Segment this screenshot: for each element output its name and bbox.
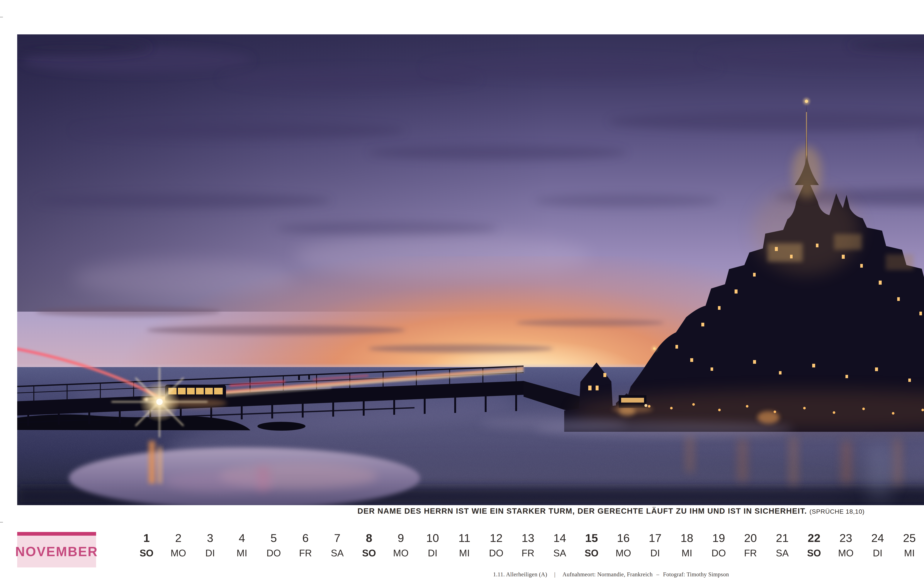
- photo-art: [17, 35, 924, 505]
- day-weekday: MO: [162, 548, 194, 558]
- day-number: 14: [544, 532, 576, 544]
- photographer-credit: Fotograf: Timothy Simpson: [663, 571, 729, 578]
- calendar-day: 10DI: [417, 532, 449, 558]
- day-number: 13: [512, 532, 544, 544]
- calendar-day: 13FR: [512, 532, 544, 558]
- day-number: 7: [322, 532, 353, 544]
- day-weekday: MO: [385, 548, 417, 558]
- day-weekday: SO: [130, 548, 162, 558]
- day-number: 8: [353, 532, 385, 544]
- calendar-photo-mont-saint-michel: [17, 35, 924, 505]
- day-weekday: DO: [703, 548, 734, 558]
- day-number: 21: [766, 532, 798, 544]
- day-weekday: DO: [258, 548, 290, 558]
- calendar-day: 20FR: [734, 532, 766, 558]
- calendar-day: 1SO: [130, 532, 162, 558]
- day-weekday: MI: [671, 548, 703, 558]
- photo-location: Aufnahmeort: Normandie, Frankreich: [563, 571, 653, 578]
- calendar-day: 5DO: [258, 532, 290, 558]
- footer-dash: –: [657, 571, 659, 578]
- calendar-day: 25MI: [894, 532, 924, 558]
- day-number: 24: [862, 532, 894, 544]
- day-weekday: MI: [449, 548, 480, 558]
- calendar-day: 8SO: [353, 532, 385, 558]
- day-number: 3: [194, 532, 226, 544]
- day-number: 2: [162, 532, 194, 544]
- calendar-day: 12DO: [480, 532, 512, 558]
- calendar-day: 15SO: [576, 532, 607, 558]
- calendar-row: 1SO2MO3DI4MI5DO6FR7SA8SO9MO10DI11MI12DO1…: [130, 532, 924, 558]
- calendar-day: 4MI: [226, 532, 258, 558]
- calendar-day: 23MO: [830, 532, 862, 558]
- month-label: NOVEMBER: [17, 535, 96, 567]
- day-number: 22: [798, 532, 830, 544]
- day-weekday: DI: [194, 548, 226, 558]
- calendar-day: 6FR: [290, 532, 322, 558]
- calendar-day: 3DI: [194, 532, 226, 558]
- footer-credits: 1.11. Allerheiligen (A) | Aufnahmeort: N…: [0, 571, 924, 578]
- day-weekday: DO: [480, 548, 512, 558]
- day-weekday: DI: [639, 548, 671, 558]
- day-weekday: SO: [576, 548, 607, 558]
- day-weekday: SA: [544, 548, 576, 558]
- calendar-day: 16MO: [607, 532, 639, 558]
- day-number: 6: [290, 532, 322, 544]
- day-number: 23: [830, 532, 862, 544]
- calendar-day: 11MI: [449, 532, 480, 558]
- month-accent-bar: [17, 532, 96, 535]
- day-number: 12: [480, 532, 512, 544]
- day-number: 20: [734, 532, 766, 544]
- day-number: 9: [385, 532, 417, 544]
- day-weekday: MI: [894, 548, 924, 558]
- day-weekday: MO: [830, 548, 862, 558]
- holiday-note: 1.11. Allerheiligen (A): [493, 571, 547, 578]
- day-number: 19: [703, 532, 734, 544]
- day-weekday: MI: [226, 548, 258, 558]
- day-number: 17: [639, 532, 671, 544]
- footer-separator: |: [554, 571, 556, 578]
- calendar-day: 17DI: [639, 532, 671, 558]
- verse-caption: DER NAME DES HERRN IST WIE EIN STARKER T…: [0, 507, 924, 515]
- calendar-day: 14SA: [544, 532, 576, 558]
- calendar-day: 18MI: [671, 532, 703, 558]
- day-weekday: DI: [417, 548, 449, 558]
- month-box: NOVEMBER: [17, 532, 96, 567]
- calendar-day: 21SA: [766, 532, 798, 558]
- day-number: 4: [226, 532, 258, 544]
- day-number: 25: [894, 532, 924, 544]
- crop-mark-bottom-left: [0, 522, 3, 522]
- day-number: 18: [671, 532, 703, 544]
- day-weekday: DI: [862, 548, 894, 558]
- calendar-day: 24DI: [862, 532, 894, 558]
- day-weekday: SA: [766, 548, 798, 558]
- calendar-day: 9MO: [385, 532, 417, 558]
- day-number: 5: [258, 532, 290, 544]
- calendar-day: 19DO: [703, 532, 734, 558]
- verse-reference: (SPRÜCHE 18,10): [809, 508, 865, 515]
- day-weekday: SO: [798, 548, 830, 558]
- day-weekday: SA: [322, 548, 353, 558]
- day-number: 16: [607, 532, 639, 544]
- day-weekday: FR: [734, 548, 766, 558]
- verse-text: DER NAME DES HERRN IST WIE EIN STARKER T…: [357, 507, 807, 515]
- day-number: 11: [449, 532, 480, 544]
- crop-mark-top-left: [0, 17, 3, 17]
- day-number: 10: [417, 532, 449, 544]
- day-weekday: FR: [512, 548, 544, 558]
- day-weekday: SO: [353, 548, 385, 558]
- calendar-day: 2MO: [162, 532, 194, 558]
- day-weekday: FR: [290, 548, 322, 558]
- day-number: 1: [130, 532, 162, 544]
- calendar-day: 7SA: [322, 532, 353, 558]
- day-weekday: MO: [607, 548, 639, 558]
- calendar-day: 22SO: [798, 532, 830, 558]
- day-number: 15: [576, 532, 607, 544]
